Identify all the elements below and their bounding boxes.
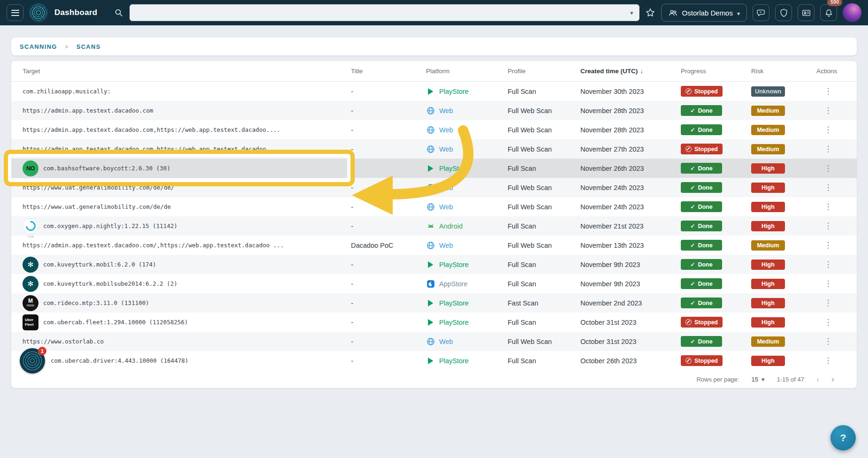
row-actions-button[interactable] [821,335,835,349]
platform-name: Web [439,338,453,345]
cell-target: ✻ com.kuveytturk.mobil:6.2.0 (174) [23,257,351,273]
row-actions-button[interactable] [821,104,835,118]
row-actions-button[interactable] [821,315,835,329]
table-row[interactable]: https://www.uat.generalimobility.com/de/… [11,197,857,216]
table-row[interactable]: ✻ com.kuveytturk.mobil:6.2.0 (174) - Pla… [11,255,857,274]
search-input[interactable] [136,8,627,17]
row-actions-button[interactable] [821,219,835,233]
breadcrumb-scans[interactable]: SCANS [76,43,101,50]
breadcrumb-scanning[interactable]: SCANNING [20,43,57,50]
feedback-button[interactable] [753,4,769,21]
cell-platform: AppStore [426,279,508,289]
row-actions-button[interactable] [821,296,835,310]
cell-target: https://www.uat.generalimobility.com/de/… [23,184,351,191]
cell-title: - [351,165,426,172]
row-actions-button[interactable] [821,181,835,195]
cell-created-time: November 30th 2023 [580,88,681,95]
row-actions-button[interactable] [821,238,835,252]
col-target[interactable]: Target [23,68,351,75]
row-actions-button[interactable] [821,277,835,291]
table-row[interactable]: https://www.ostorlab.co - Web Full Web S… [11,332,857,351]
help-button[interactable]: ? [830,425,856,450]
row-actions-button[interactable] [821,84,835,99]
cell-progress: Stopped [681,355,751,366]
table-row[interactable]: https://admin.app.testext.dacadoo.com/,h… [11,236,857,255]
target-text: com.bashsoftware.boycott:2.6.30 (30) [43,165,170,172]
table-row[interactable]: UberFleet com.ubercab.fleet:1.294.10000 … [11,313,857,332]
chevron-down-icon[interactable] [630,8,633,17]
cell-target: Mmicro com.rideco.mtp:3.11.0 (131100) [23,295,351,311]
menu-button[interactable] [7,4,23,21]
platform-name: PlayStore [439,165,469,172]
table-row[interactable]: NO com.bashsoftware.boycott:2.6.30 (30) … [11,159,857,178]
cell-actions [816,142,845,156]
cell-target: https://admin.app.testext.dacadoo.com,ht… [23,145,351,153]
web-icon [426,106,435,115]
cell-risk: High [751,260,816,270]
cell-created-time: November 28th 2023 [580,126,681,134]
prev-page-button[interactable] [816,375,819,383]
cell-actions [816,277,845,291]
organization-selector[interactable]: Ostorlab Demos [661,4,747,22]
progress-status-icon [690,107,695,114]
col-created-time[interactable]: Created time (UTC) ↓ [580,68,681,75]
progress-status-icon [685,319,692,325]
favorite-star-icon[interactable] [645,8,655,18]
row-actions-button[interactable] [821,161,835,176]
app-root: Dashboard Ostorlab Demos [0,0,868,458]
row-actions-button[interactable] [821,354,835,368]
row-actions-button[interactable] [821,142,835,156]
col-platform[interactable]: Platform [426,68,508,75]
notification-count-badge: 590 [827,0,842,6]
row-actions-button[interactable] [821,200,835,214]
cell-profile: Full Web Scan [508,107,580,114]
table-row[interactable]: 1 com.ubercab.driver:4.443.10000 (164478… [11,351,857,370]
col-profile[interactable]: Profile [508,68,580,75]
table-row[interactable]: com.zhiliaoapp.musically: - PlayStore Fu… [11,82,857,101]
cell-created-time: November 28th 2023 [580,107,681,114]
playstore-icon [426,318,435,327]
cell-platform: Web [426,106,508,115]
target-text: com.ubercab.fleet:1.294.10000 (112058256… [43,319,188,326]
app-icon-badge: 1 [38,347,46,355]
user-avatar[interactable] [843,3,861,22]
cell-created-time: October 31st 2023 [580,338,681,345]
cell-profile: Full Web Scan [508,126,580,134]
table-row[interactable]: https://admin.app.testext.dacadoo.com - … [11,101,857,120]
breadcrumb: SCANNING > SCANS [11,38,857,55]
col-title[interactable]: Title [351,68,426,75]
topbar: Dashboard Ostorlab Demos [0,0,868,25]
row-actions-button[interactable] [821,123,835,137]
contacts-button[interactable] [798,4,815,21]
cell-target: https://admin.app.testext.dacadoo.com,ht… [23,126,351,133]
progress-status-icon [685,88,692,94]
cell-title: - [351,319,426,326]
cell-actions [816,200,845,214]
table-row[interactable]: Mmicro com.rideco.mtp:3.11.0 (131100) - … [11,293,857,313]
notifications-area: 590 [820,4,837,21]
cell-created-time: November 21st 2023 [580,222,681,230]
col-progress[interactable]: Progress [681,68,751,75]
table-row[interactable]: ·YGE· com.oxygen.app.nightly:1.22.15 (11… [11,216,857,236]
cell-title: - [351,107,426,114]
table-row[interactable]: https://admin.app.testext.dacadoo.com,ht… [11,139,857,159]
cell-created-time: November 13th 2023 [580,242,681,249]
notifications-button[interactable] [820,4,837,21]
next-page-button[interactable] [831,375,834,383]
row-actions-button[interactable] [821,258,835,272]
table-row[interactable]: https://www.uat.generalimobility.com/de/… [11,178,857,197]
cell-title: - [351,280,426,288]
cell-actions [816,354,845,368]
table-row[interactable]: https://admin.app.testext.dacadoo.com,ht… [11,120,857,139]
search-icon[interactable] [114,8,124,18]
security-button[interactable] [775,4,792,21]
cell-platform: Web [426,125,508,135]
target-text: https://www.ostorlab.co [23,338,104,345]
scan-search-combobox[interactable] [129,4,640,21]
rows-per-page-select[interactable]: 15 [751,376,764,383]
table-row[interactable]: ✻ com.kuveytturk.mobilsube2014:6.2.2 (2)… [11,274,857,293]
cell-target: 1 com.ubercab.driver:4.443.10000 (164478… [23,352,351,370]
col-risk[interactable]: Risk [751,68,816,75]
risk-badge: High [751,221,785,231]
table-footer: Rows per page: 15 1-15 of 47 [11,370,857,388]
